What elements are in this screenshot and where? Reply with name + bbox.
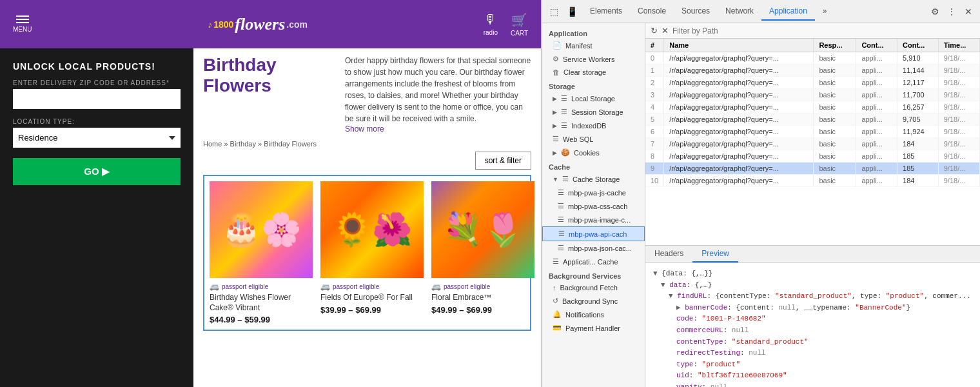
sidebar-item-app-cache[interactable]: ☰ Applicati... Cache xyxy=(542,255,645,268)
tab-more[interactable]: » xyxy=(815,3,835,21)
sidebar-item-service-workers[interactable]: ⚙ Service Workers xyxy=(542,52,645,66)
sidebar-item-bg-sync[interactable]: ↺ Background Sync xyxy=(542,294,645,308)
product-price-2: $39.99 – $69.99 xyxy=(320,305,424,315)
product-card[interactable]: 🎂🌸 🚐 passport eligible Birthday Wishes F… xyxy=(210,181,313,324)
table-row[interactable]: 3 /r/api/aggregator/graphql?query=... ba… xyxy=(645,89,980,101)
table-row[interactable]: 10 /r/api/aggregator/graphql?query=... b… xyxy=(645,175,980,187)
cart-label: CART xyxy=(511,30,528,37)
row-num: 9 xyxy=(645,163,664,175)
sidebar-item-local-storage[interactable]: ▶ ☰ Local Storage xyxy=(542,92,645,105)
tab-elements[interactable]: Elements xyxy=(582,3,630,21)
tab-application[interactable]: Application xyxy=(761,3,815,21)
filter-input[interactable] xyxy=(672,26,975,35)
product-card[interactable]: 🌻🌺 🚐 passport eligible Fields Of Europe®… xyxy=(320,181,424,324)
table-row[interactable]: 9 /r/api/aggregator/graphql?query=... ba… xyxy=(645,163,980,175)
logo-com: .com xyxy=(286,20,308,29)
sidebar-item-pwa-image-cache-label: mbp-pwa-image-c... xyxy=(568,216,631,224)
show-more-link[interactable]: Show more xyxy=(345,124,384,134)
sidebar-item-bg-fetch[interactable]: ↑ Background Fetch xyxy=(542,281,645,294)
cart-button[interactable]: 🛒 CART xyxy=(511,12,528,37)
product-card[interactable]: 💐🌷 🚐 passport eligible Floral Embrace™ $… xyxy=(431,181,534,324)
sidebar-item-web-sql[interactable]: ☰ Web SQL xyxy=(542,132,645,146)
row-cont1: appli... xyxy=(856,150,897,163)
sidebar-item-payment-handler[interactable]: 💳 Payment Handler xyxy=(542,321,645,335)
sidebar-item-notifications[interactable]: 🔔 Notifications xyxy=(542,308,645,321)
flower-cake-icon: 🎂🌸 xyxy=(210,181,313,278)
sidebar-item-pwa-api-cache[interactable]: ☰ mbp-pwa-api-cach xyxy=(542,226,645,241)
row-cont2: 16,257 xyxy=(897,101,939,114)
service-workers-icon: ⚙ xyxy=(553,55,559,63)
network-request-table[interactable]: # Name Resp... Cont... Cont... Time... 0… xyxy=(645,39,980,245)
inspect-element-button[interactable]: ⬚ xyxy=(546,4,562,19)
col-name: Name xyxy=(664,39,814,52)
notifications-icon: 🔔 xyxy=(553,310,562,319)
close-devtools-button[interactable]: ✕ xyxy=(961,4,976,19)
sidebar-item-cache-storage[interactable]: ▼ ☰ Cache Storage xyxy=(542,172,645,186)
go-button[interactable]: GO ▶ xyxy=(13,158,181,185)
menu-button[interactable]: MENU xyxy=(13,15,32,33)
clear-button[interactable]: ✕ xyxy=(662,26,669,35)
table-row[interactable]: 6 /r/api/aggregator/graphql?query=... ba… xyxy=(645,126,980,138)
passport-badge-3: 🚐 passport eligible xyxy=(431,282,534,291)
settings-button[interactable]: ⚙ xyxy=(927,4,943,19)
breadcrumb: Home » Birthday » Birthday Flowers xyxy=(203,140,531,148)
row-cont2: 11,924 xyxy=(897,126,939,138)
product-price-3: $49.99 – $69.99 xyxy=(431,305,534,315)
passport-badge-2: 🚐 passport eligible xyxy=(320,282,424,291)
payment-handler-icon: 💳 xyxy=(553,324,562,332)
row-url: /r/api/aggregator/graphql?query=... xyxy=(664,89,814,101)
sidebar-item-cookies[interactable]: ▶ 🍪 Cookies xyxy=(542,146,645,159)
table-row[interactable]: 8 /r/api/aggregator/graphql?query=... ba… xyxy=(645,150,980,163)
site-logo[interactable]: ♪ 1800 flowers .com xyxy=(208,16,308,33)
products-grid: 🎂🌸 🚐 passport eligible Birthday Wishes F… xyxy=(203,175,531,331)
table-row[interactable]: 5 /r/api/aggregator/graphql?query=... ba… xyxy=(645,114,980,126)
table-row[interactable]: 1 /r/api/aggregator/graphql?query=... ba… xyxy=(645,64,980,77)
json-line: ▶ bannerCode: {content: null, __typename… xyxy=(676,303,972,314)
cache-storage-icon: ☰ xyxy=(562,175,569,183)
sidebar-item-clear-storage[interactable]: 🗑 Clear storage xyxy=(542,66,645,79)
breadcrumb-home[interactable]: Home xyxy=(203,140,222,148)
row-time: 9/18/... xyxy=(938,175,979,187)
table-row[interactable]: 4 /r/api/aggregator/graphql?query=... ba… xyxy=(645,101,980,114)
row-time: 9/18/... xyxy=(938,101,979,114)
sidebar-item-session-storage[interactable]: ▶ ☰ Session Storage xyxy=(542,105,645,119)
radio-button[interactable]: 🎙 radio xyxy=(484,12,498,36)
json-line: ▼ {data: {,…}} xyxy=(653,268,972,280)
page-description: Order happy birthday flowers for that sp… xyxy=(345,55,531,124)
breadcrumb-birthday[interactable]: Birthday xyxy=(230,140,256,148)
refresh-button[interactable]: ↻ xyxy=(651,26,658,35)
json-line: code: "1001-P-148682" xyxy=(676,313,972,325)
tab-preview[interactable]: Preview xyxy=(692,246,738,263)
sidebar-item-pwa-json-cache[interactable]: ☰ mbp-pwa-json-cac... xyxy=(542,241,645,255)
col-cont2: Cont... xyxy=(897,39,939,52)
tab-console[interactable]: Console xyxy=(630,3,674,21)
site-header: MENU ♪ 1800 flowers .com 🎙 radio 🛒 CART xyxy=(0,0,541,48)
sidebar-item-pwa-js-cache[interactable]: ☰ mbp-pwa-js-cache xyxy=(542,186,645,199)
row-url: /r/api/aggregator/graphql?query=... xyxy=(664,150,814,163)
pwa-api-cache-icon: ☰ xyxy=(558,230,565,238)
zip-input[interactable] xyxy=(13,89,181,109)
tab-sources[interactable]: Sources xyxy=(674,3,718,21)
table-row[interactable]: 0 /r/api/aggregator/graphql?query=... ba… xyxy=(645,52,980,64)
device-toolbar-button[interactable]: 📱 xyxy=(564,4,580,19)
sidebar-item-pwa-image-cache[interactable]: ☰ mbp-pwa-image-c... xyxy=(542,213,645,226)
json-preview-content: ▼ {data: {,…}} ▼ data: {,…} ▼ findURL: {… xyxy=(645,263,980,387)
sidebar-item-indexeddb[interactable]: ▶ ☰ IndexedDB xyxy=(542,119,645,132)
devtools-sidebar: Application 📄 Manifest ⚙ Service Workers… xyxy=(542,23,645,387)
row-num: 10 xyxy=(645,175,664,187)
sidebar-item-pwa-css-cache[interactable]: ☰ mbp-pwa-css-cach xyxy=(542,199,645,213)
sort-filter-button[interactable]: sort & filter xyxy=(475,152,531,170)
more-options-button[interactable]: ⋮ xyxy=(944,4,959,19)
row-cont1: appli... xyxy=(856,175,897,187)
tab-headers[interactable]: Headers xyxy=(645,246,692,263)
storage-section-label: Storage xyxy=(542,79,645,92)
tab-network[interactable]: Network xyxy=(718,3,761,21)
row-cont1: appli... xyxy=(856,126,897,138)
breadcrumb-sep1: » xyxy=(224,140,228,148)
table-row[interactable]: 2 /r/api/aggregator/graphql?query=... ba… xyxy=(645,77,980,89)
location-select[interactable]: Residence xyxy=(13,128,181,148)
sidebar-item-manifest[interactable]: 📄 Manifest xyxy=(542,39,645,52)
table-row[interactable]: 7 /r/api/aggregator/graphql?query=... ba… xyxy=(645,138,980,150)
json-line: ▼ data: {,…} xyxy=(661,280,972,292)
row-cont2: 184 xyxy=(897,175,939,187)
